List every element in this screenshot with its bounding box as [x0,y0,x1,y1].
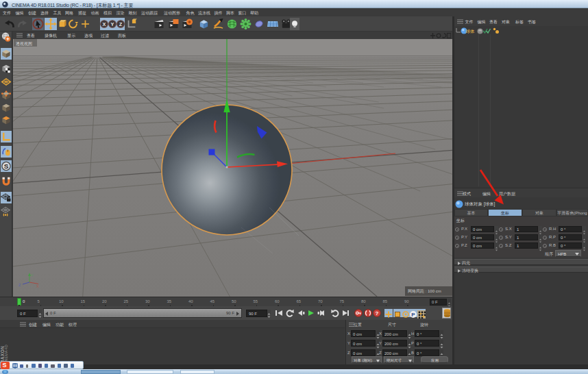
svg-text:?: ? [376,310,379,316]
svg-text:X: X [103,21,106,27]
svg-text:S: S [4,162,9,170]
svg-text:Z: Z [119,21,123,27]
svg-text:Y: Y [31,273,34,277]
svg-text:X: X [36,284,39,288]
svg-text:Y: Y [111,21,114,27]
svg-text:透视视图: 透视视图 [16,41,32,47]
svg-text:网格间距 : 100 cm: 网格间距 : 100 cm [408,288,441,294]
svg-text:P: P [411,312,415,318]
